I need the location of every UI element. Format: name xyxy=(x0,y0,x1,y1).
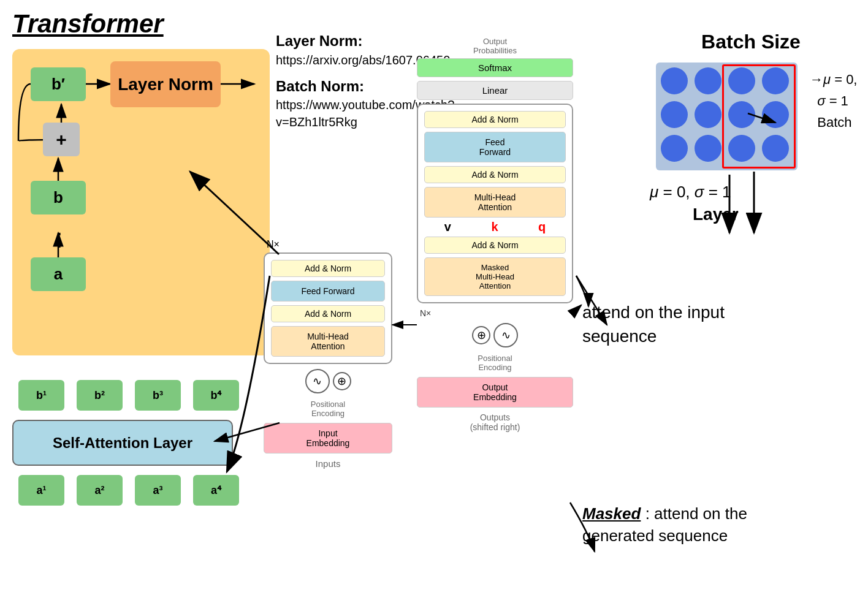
circle-4 xyxy=(762,67,789,94)
encoder-add-norm-2: Add & Norm xyxy=(271,305,385,322)
a-sup-2: a² xyxy=(77,475,123,506)
decoder-pos-label: PositionalEncoding xyxy=(417,354,573,372)
encoder-diagram: N× Add & Norm Feed Forward Add & Norm Mu… xyxy=(264,239,392,469)
q-label: q xyxy=(538,220,546,234)
b-box: b xyxy=(31,181,86,214)
encoder-multi-head: Multi-HeadAttention xyxy=(271,326,385,357)
b-superscript-row: b¹ b² b³ b⁴ xyxy=(12,380,270,411)
batch-size-title: Batch Size xyxy=(644,31,858,53)
decoder-feed-forward: FeedForward xyxy=(424,132,566,162)
b-sup-1: b¹ xyxy=(18,380,64,411)
dots-label: ⋮ xyxy=(50,230,67,250)
softmax-box: Softmax xyxy=(417,58,573,77)
mu-sigma-batch-text: →μ = 0, σ = 1 Batch xyxy=(810,69,857,134)
circle-12 xyxy=(762,135,789,162)
encoder-embedding: InputEmbedding xyxy=(264,423,392,454)
b-sup-2: b² xyxy=(77,380,123,411)
svg-line-12 xyxy=(573,305,581,313)
decoder-diagram: OutputProbabilities Softmax Linear Add &… xyxy=(417,37,573,432)
a-sup-3: a³ xyxy=(135,475,181,506)
bottom-left-section: b¹ b² b³ b⁴ Self-Attention Layer a¹ a² a… xyxy=(12,380,270,506)
decoder-add-norm-bottom: Add & Norm xyxy=(424,237,566,254)
encoder-plus-circle: ⊕ xyxy=(333,372,351,390)
decoder-nx: N× xyxy=(420,308,573,318)
encoder-block: Add & Norm Feed Forward Add & Norm Multi… xyxy=(264,252,392,364)
layer-norm-box: Layer Norm xyxy=(110,61,221,107)
masked-attend-text: Masked : attend on thegenerated sequence xyxy=(582,503,747,547)
circle-11 xyxy=(728,135,755,162)
decoder-add-norm-top: Add & Norm xyxy=(424,111,566,128)
batch-mu-sigma: →μ = 0, σ = 1 Batch xyxy=(810,69,857,134)
a-sup-1: a¹ xyxy=(18,475,64,506)
masked-label: Masked xyxy=(582,504,641,523)
plus-box: + xyxy=(43,123,80,156)
a-sup-4: a⁴ xyxy=(193,475,239,506)
encoder-pos-label: PositionalEncoding xyxy=(264,400,392,418)
b-prime-box: b′ xyxy=(31,67,86,101)
encoder-feed-forward: Feed Forward xyxy=(271,281,385,302)
output-probs-label: OutputProbabilities xyxy=(417,37,573,55)
circle-3 xyxy=(728,67,755,94)
b-sup-4: b⁴ xyxy=(193,380,239,411)
self-attention-box: Self-Attention Layer xyxy=(12,420,233,466)
outputs-label: Outputs(shifted right) xyxy=(417,412,573,432)
k-label: k xyxy=(491,220,498,234)
circle-7 xyxy=(728,101,755,128)
a-superscript-row: a¹ a² a³ a⁴ xyxy=(12,475,270,506)
page-title: Transformer xyxy=(12,9,164,39)
encoder-add-norm-1: Add & Norm xyxy=(271,260,385,277)
attend-text: attend on the input sequence xyxy=(582,300,766,348)
circle-9 xyxy=(661,135,688,162)
a-box: a xyxy=(31,257,86,291)
encoder-inputs-label: Inputs xyxy=(264,458,392,469)
decoder-upper-block: Add & Norm FeedForward Add & Norm Multi-… xyxy=(417,104,573,303)
decoder-add-norm-mid: Add & Norm xyxy=(424,166,566,183)
encoder-wave: ∿ xyxy=(305,369,330,393)
decoder-plus-circle: ⊕ xyxy=(472,326,490,344)
v-label: v xyxy=(444,220,451,234)
batch-grid xyxy=(656,63,798,170)
b-sup-3: b³ xyxy=(135,380,181,411)
vkq-labels: v k q xyxy=(424,220,566,234)
decoder-multi-head: Multi-HeadAttention xyxy=(424,187,566,218)
circle-10 xyxy=(695,135,721,162)
batch-grid-container xyxy=(656,63,798,170)
circle-5 xyxy=(661,101,688,128)
circle-6 xyxy=(695,101,721,128)
circle-1 xyxy=(661,67,688,94)
output-embedding-box: OutputEmbedding xyxy=(417,377,573,408)
decoder-wave: ∿ xyxy=(493,323,518,347)
mu-sigma-layer-text: μ = 0, σ = 1 xyxy=(650,183,858,202)
masked-mha-box: MaskedMulti-HeadAttention xyxy=(424,257,566,296)
encoder-pos-row: ∿ ⊕ xyxy=(264,369,392,393)
circle-2 xyxy=(695,67,721,94)
linear-box: Linear xyxy=(417,81,573,100)
batch-section: Batch Size xyxy=(644,31,858,224)
layer-label: Layer xyxy=(693,205,858,224)
main-container: Transformer b′ Layer Norm xyxy=(0,0,868,611)
left-panel: b′ Layer Norm + b ⋮ a xyxy=(12,49,270,355)
encoder-nx: N× xyxy=(267,239,392,250)
batch-grid-row: →μ = 0, σ = 1 Batch xyxy=(644,63,858,170)
decoder-pos-row: ⊕ ∿ xyxy=(417,323,573,347)
circle-8 xyxy=(762,101,789,128)
